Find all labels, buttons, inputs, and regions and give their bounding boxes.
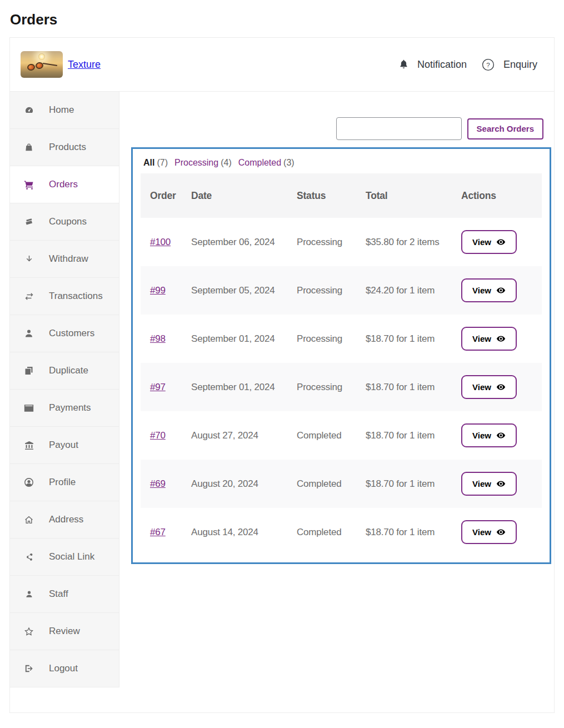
enquiry-link[interactable]: ? Enquiry	[482, 58, 537, 71]
view-order-button[interactable]: View	[461, 278, 517, 302]
address-icon	[24, 516, 34, 524]
sidebar-item-label: Staff	[49, 589, 68, 600]
sidebar-item-address[interactable]: Address	[10, 501, 119, 538]
order-status: Completed	[296, 508, 365, 556]
sidebar-item-label: Payout	[49, 440, 78, 451]
dashboard-icon	[24, 106, 34, 115]
sidebar-item-payout[interactable]: Payout	[10, 427, 119, 464]
order-number-link[interactable]: #97	[150, 382, 166, 392]
order-number-link[interactable]: #70	[150, 430, 166, 441]
orders-table-head: OrderDateStatusTotalActions	[141, 173, 542, 218]
tab-all[interactable]: All(7)	[143, 158, 171, 167]
sidebar-item-profile[interactable]: Profile	[10, 464, 119, 501]
view-button-label: View	[472, 479, 491, 488]
order-row: #67August 14, 2024Completed$18.70 for 1 …	[141, 508, 542, 556]
sidebar-item-logout[interactable]: Logout	[10, 650, 119, 687]
transactions-icon	[24, 292, 34, 301]
order-row: #98September 01, 2024Processing$18.70 fo…	[141, 315, 542, 363]
view-button-label: View	[472, 527, 491, 537]
sidebar-item-staff[interactable]: Staff	[10, 576, 119, 613]
order-total: $18.70 for 1 item	[365, 508, 461, 556]
order-status: Processing	[296, 218, 365, 266]
sidebar-item-label: Customers	[49, 328, 94, 339]
sidebar-item-label: Withdraw	[49, 253, 88, 265]
search-input[interactable]	[336, 117, 462, 140]
dashboard-container: Texture Notification ? Enquiry HomeProdu…	[9, 37, 555, 713]
sidebar-item-transactions[interactable]: Transactions	[10, 278, 119, 315]
order-status: Processing	[296, 266, 365, 315]
order-row: #70August 27, 2024Completed$18.70 for 1 …	[141, 411, 542, 460]
search-orders-button[interactable]: Search Orders	[467, 118, 543, 139]
order-number-link[interactable]: #98	[150, 333, 166, 344]
tab-count: (4)	[221, 158, 232, 167]
sidebar-item-label: Address	[49, 514, 83, 525]
order-status: Completed	[296, 411, 365, 460]
sidebar-item-home[interactable]: Home	[10, 92, 119, 129]
sidebar: HomeProductsOrdersCouponsWithdrawTransac…	[10, 92, 119, 687]
sidebar-item-withdraw[interactable]: Withdraw	[10, 241, 119, 278]
eye-icon	[496, 237, 506, 247]
question-circle-icon: ?	[482, 58, 495, 71]
order-number-link[interactable]: #99	[150, 285, 166, 296]
order-total: $18.70 for 1 item	[365, 315, 461, 363]
view-button-label: View	[472, 382, 491, 392]
view-order-button[interactable]: View	[461, 472, 517, 496]
search-row: Search Orders	[131, 117, 543, 140]
column-header-status: Status	[296, 173, 365, 218]
view-order-button[interactable]: View	[461, 230, 517, 254]
sidebar-item-label: Social Link	[49, 551, 94, 562]
withdraw-icon	[24, 255, 34, 263]
store-logo-link[interactable]: Texture	[21, 51, 101, 78]
order-date: September 01, 2024	[191, 315, 296, 363]
sidebar-item-label: Home	[49, 104, 74, 116]
order-total: $35.80 for 2 items	[365, 218, 461, 266]
tab-count: (3)	[283, 158, 295, 167]
column-header-actions: Actions	[461, 173, 542, 218]
sidebar-item-label: Profile	[49, 477, 76, 488]
view-order-button[interactable]: View	[461, 375, 517, 399]
orders-box: All(7)Processing(4)Completed(3) OrderDat…	[131, 147, 551, 564]
main-panel: Search Orders All(7)Processing(4)Complet…	[119, 92, 554, 564]
sidebar-item-customers[interactable]: Customers	[10, 315, 119, 352]
store-name-link[interactable]: Texture	[68, 59, 101, 71]
order-status: Completed	[296, 460, 365, 508]
social-link-icon	[24, 552, 34, 561]
tab-completed[interactable]: Completed(3)	[238, 158, 298, 167]
view-order-button[interactable]: View	[461, 327, 517, 351]
order-date: August 14, 2024	[191, 508, 296, 556]
notification-link[interactable]: Notification	[399, 59, 467, 71]
order-row: #69August 20, 2024Completed$18.70 for 1 …	[141, 460, 542, 508]
content-area: HomeProductsOrdersCouponsWithdrawTransac…	[10, 91, 554, 687]
tab-label: All	[143, 158, 154, 167]
notification-label: Notification	[417, 59, 467, 71]
order-number-link[interactable]: #69	[150, 478, 166, 489]
tab-processing[interactable]: Processing(4)	[174, 158, 235, 167]
sidebar-item-orders[interactable]: Orders	[10, 166, 119, 203]
view-order-button[interactable]: View	[461, 423, 517, 447]
order-date: September 06, 2024	[191, 218, 296, 266]
sidebar-item-duplicate[interactable]: Duplicate	[10, 352, 119, 390]
column-header-total: Total	[365, 173, 461, 218]
order-date: September 05, 2024	[191, 266, 296, 315]
sidebar-item-social-link[interactable]: Social Link	[10, 538, 119, 576]
sidebar-item-coupons[interactable]: Coupons	[10, 203, 119, 241]
view-order-button[interactable]: View	[461, 520, 517, 544]
tab-label: Processing	[174, 158, 218, 167]
view-button-label: View	[472, 334, 491, 343]
order-number-link[interactable]: #67	[150, 527, 166, 537]
orders-table: OrderDateStatusTotalActions #100Septembe…	[141, 173, 542, 556]
column-header-date: Date	[191, 173, 296, 218]
order-number-link[interactable]: #100	[150, 237, 171, 247]
order-row: #97September 01, 2024Processing$18.70 fo…	[141, 363, 542, 411]
sidebar-item-products[interactable]: Products	[10, 129, 119, 166]
order-row: #100September 06, 2024Processing$35.80 f…	[141, 218, 542, 266]
sidebar-item-label: Products	[49, 142, 86, 153]
sidebar-item-label: Transactions	[49, 291, 103, 302]
profile-icon	[24, 477, 34, 487]
enquiry-label: Enquiry	[503, 59, 537, 71]
customers-icon	[24, 329, 34, 338]
sidebar-item-review[interactable]: Review	[10, 613, 119, 650]
sidebar-item-payments[interactable]: Payments	[10, 390, 119, 427]
duplicate-icon	[24, 366, 34, 375]
store-header: Texture Notification ? Enquiry	[10, 38, 554, 91]
